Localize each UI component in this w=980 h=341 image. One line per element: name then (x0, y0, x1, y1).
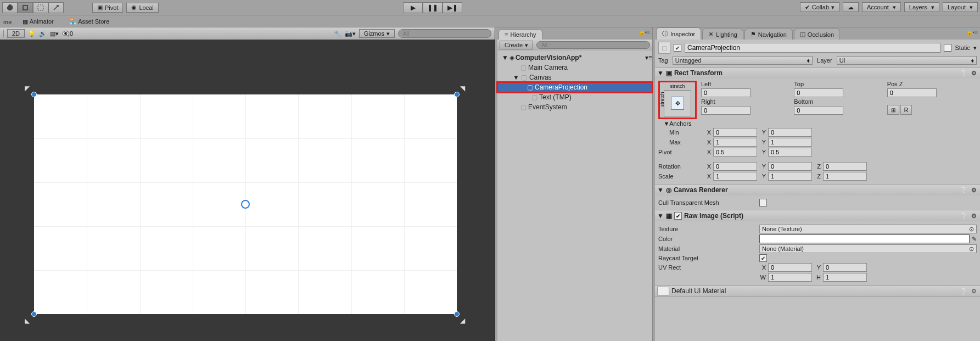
pivot-toggle[interactable]: ▣Pivot (92, 3, 123, 13)
tab-asset-store[interactable]: 🏪 Asset Store (61, 16, 117, 27)
tree-canvas[interactable]: ▼▢Canvas (497, 72, 652, 82)
layout-dropdown[interactable]: Layout ▾ (943, 2, 978, 12)
collab-dropdown[interactable]: ✔Collab ▾ (800, 2, 839, 12)
uv-w[interactable] (768, 273, 812, 282)
scene-canvas[interactable]: ◤ ◥ ◣ ◢ (0, 40, 495, 341)
object-picker-icon[interactable]: ⊙ (969, 226, 974, 233)
light-icon[interactable]: 💡 (28, 30, 36, 37)
foldout-icon[interactable]: ▼ (657, 212, 664, 220)
step-button[interactable]: ▶❚ (443, 2, 462, 13)
tree-camera-projection[interactable]: ▢CameraProjection (497, 82, 652, 92)
layer-dropdown[interactable]: UI♦ (837, 56, 977, 65)
gear-icon[interactable]: ⚙ (970, 287, 978, 295)
scene-search[interactable] (398, 29, 491, 38)
tab-inspector[interactable]: ⓘInspector (656, 27, 701, 40)
texture-field[interactable]: None (Texture)⊙ (759, 225, 977, 233)
tab-partial[interactable]: me (0, 17, 15, 27)
hand-tool[interactable] (2, 2, 18, 13)
local-toggle[interactable]: ◉Local (126, 3, 158, 13)
pivot-y[interactable] (768, 148, 812, 156)
gizmos-dropdown[interactable]: Gizmos ▾ (359, 29, 395, 38)
move-tool[interactable] (18, 2, 33, 13)
create-dropdown[interactable]: Create ▾ (500, 41, 533, 49)
scale-tool[interactable] (48, 2, 64, 13)
tab-animator[interactable]: ▦ Animator (15, 16, 61, 27)
tree-text-tmp[interactable]: ▢Text (TMP) (497, 92, 652, 102)
rot-x[interactable] (713, 162, 757, 171)
anchors-foldout[interactable]: ▼Anchors (663, 120, 691, 127)
material-field[interactable]: None (Material)⊙ (759, 244, 977, 253)
raw-button[interactable]: R (900, 105, 912, 115)
uv-h[interactable] (823, 273, 867, 282)
help-icon[interactable]: ❔ (960, 69, 968, 77)
tab-occlusion[interactable]: ◫Occlusion (794, 29, 840, 40)
2d-toggle[interactable]: 2D (7, 29, 25, 38)
gear-icon[interactable]: ⚙ (970, 212, 978, 220)
left-input[interactable] (701, 88, 751, 97)
scale-x[interactable] (713, 172, 757, 181)
tree-main-camera[interactable]: ▢Main Camera (497, 63, 652, 72)
tab-lighting[interactable]: ☀Lighting (702, 29, 743, 40)
rot-y[interactable] (768, 162, 812, 171)
cull-checkbox[interactable] (759, 199, 767, 206)
scale-z[interactable] (823, 172, 867, 181)
cloud-button[interactable]: ☁ (843, 2, 859, 12)
lock-icon[interactable]: 🔒▪≡ (639, 29, 650, 35)
active-checkbox[interactable]: ✔ (674, 44, 681, 52)
hidden-icon[interactable]: 👁‍🗨0 (62, 30, 73, 37)
help-icon[interactable]: ❔ (960, 212, 968, 220)
anchor-min-x[interactable] (713, 128, 757, 137)
help-icon[interactable]: ❔ (960, 186, 968, 194)
foldout-icon[interactable]: ▼ (657, 69, 664, 77)
camera-icon[interactable]: 📷▾ (345, 30, 356, 37)
tree-scene[interactable]: ▼◈ComputerVisionApp*▾≡ (497, 53, 652, 63)
canvas-rect[interactable] (34, 94, 457, 314)
help-icon[interactable]: ❔ (960, 287, 968, 295)
posz-input[interactable] (887, 88, 937, 97)
anchor-max-y[interactable] (768, 138, 812, 147)
fx-icon[interactable]: ▤▾ (50, 30, 59, 37)
handle-bl[interactable] (31, 311, 37, 317)
handle-tl[interactable] (31, 92, 37, 97)
play-button[interactable]: ▶ (403, 2, 423, 13)
tree-event-system[interactable]: ▢EventSystem (497, 102, 652, 112)
gear-icon[interactable]: ⚙ (970, 69, 978, 77)
anchor-max-x[interactable] (713, 138, 757, 147)
blueprint-button[interactable]: ⊞ (887, 105, 899, 115)
static-checkbox[interactable] (944, 44, 951, 52)
rotate-tool[interactable] (33, 2, 48, 13)
handle-br[interactable] (454, 311, 460, 317)
rot-z[interactable] (823, 162, 867, 171)
gameobject-name-input[interactable] (685, 43, 940, 53)
anchor-preset-button[interactable]: stretch ✥ stretch (658, 81, 697, 119)
uv-x[interactable] (768, 263, 812, 272)
color-field[interactable] (759, 234, 970, 243)
uv-y[interactable] (823, 263, 867, 272)
bottom-input[interactable] (794, 106, 843, 115)
layers-dropdown[interactable]: Layers ▾ (904, 2, 939, 12)
raycast-checkbox[interactable]: ✔ (759, 254, 767, 262)
lock-icon[interactable]: 🔒▪≡ (966, 29, 978, 35)
right-input[interactable] (701, 106, 751, 115)
raw-image-enabled[interactable]: ✔ (674, 212, 682, 220)
account-dropdown[interactable]: Account ▾ (862, 2, 901, 12)
hierarchy-search[interactable] (536, 41, 650, 49)
tool-icon[interactable]: 🔧 (334, 30, 341, 37)
static-dropdown[interactable]: ▾ (973, 44, 977, 52)
audio-icon[interactable]: 🔊 (39, 30, 47, 37)
pause-button[interactable]: ❚❚ (423, 2, 443, 13)
object-picker-icon[interactable]: ⊙ (969, 245, 974, 253)
tab-navigation[interactable]: ⚑Navigation (744, 29, 793, 40)
scene-menu-icon[interactable]: ▾≡ (645, 54, 652, 62)
foldout-icon[interactable]: ▼ (657, 186, 664, 194)
top-input[interactable] (794, 88, 843, 97)
gear-icon[interactable]: ⚙ (970, 186, 978, 194)
anchor-min-y[interactable] (768, 128, 812, 137)
handle-tr[interactable] (454, 92, 460, 97)
tab-hierarchy[interactable]: ≡Hierarchy (499, 29, 542, 40)
pivot-gizmo[interactable] (241, 200, 250, 209)
eyedropper-icon[interactable]: ✎ (972, 236, 977, 243)
tag-dropdown[interactable]: Untagged♦ (673, 56, 813, 65)
scale-y[interactable] (768, 172, 812, 181)
pivot-x[interactable] (713, 148, 757, 156)
